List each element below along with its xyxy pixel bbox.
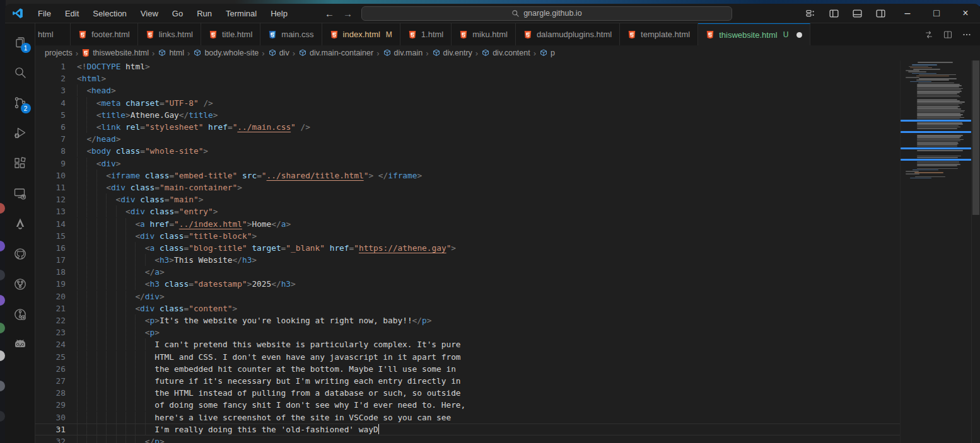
activitybar-search-icon[interactable] [5,57,35,88]
tab-dalamudplugins.html[interactable]: dalamudplugins.html [516,23,620,45]
split-editor-icon[interactable] [940,26,956,43]
activitybar-run-debug-icon[interactable] [5,118,35,148]
minimap[interactable] [900,60,971,443]
open-changes-icon[interactable] [921,26,937,43]
close-button[interactable]: × [951,4,980,23]
breadcrumb-item-div.content[interactable]: div.content [481,49,530,57]
toggle-secondary-sidebar-icon[interactable] [872,6,889,21]
code-line[interactable]: 13<div class="entry"> [35,205,900,217]
code-line[interactable]: 27future if it's necessary but I'm writi… [35,375,900,387]
tab-links.html[interactable]: links.html [138,23,201,45]
code-token: "_blank" [286,243,325,253]
symbol-element-icon [193,49,202,57]
tab-title.html[interactable]: title.html [201,23,260,45]
activitybar-git-fork-icon[interactable] [5,269,35,299]
nav-back-button[interactable]: ← [325,8,334,19]
breadcrumb-item-div.main-container[interactable]: div.main-container [298,49,373,57]
code-line[interactable]: 23<p> [35,326,900,338]
menu-run[interactable]: Run [190,4,219,23]
code-token: "stylesheet" [145,122,203,132]
tab-main.css[interactable]: main.css [260,23,322,45]
breadcrumb-item-html[interactable]: html [158,49,184,57]
code-line[interactable]: 31I'm really doing this the 'old-fashion… [35,423,900,435]
tab-template.html[interactable]: template.html [620,23,698,45]
code-line[interactable]: 12<div class="main"> [35,193,900,205]
code-line[interactable]: 3<head> [35,84,900,96]
code-line[interactable]: 20</div> [35,291,900,302]
activitybar-github-icon[interactable] [5,239,35,269]
code-line[interactable]: 22<p>It's the website you're looking at … [35,314,900,326]
code-line[interactable]: 1<!DOCTYPE html> [35,60,900,72]
breadcrumb-item-p[interactable]: p [539,49,555,57]
activitybar-explorer-icon[interactable]: 1 [5,27,35,57]
minimize-button[interactable]: – [893,4,922,23]
menu-terminal[interactable]: Terminal [219,4,264,23]
minimap-line [916,79,949,81]
code-line[interactable]: 17<h3>This Website</h3> [35,254,900,266]
activitybar-extensions-icon[interactable] [5,148,35,178]
code-token: the embedded hit counter at the bottom. … [155,364,456,374]
breadcrumb-item-body.whole-site[interactable]: body.whole-site [193,49,259,57]
code-line[interactable]: 21<div class="content"> [35,302,900,314]
code-line[interactable]: 30here's a live screenshot of the site i… [35,411,900,423]
code-token: /> [301,122,310,132]
tab-1.html[interactable]: 1.html [400,23,452,45]
activitybar-remote-explorer-icon[interactable] [5,178,35,209]
breadcrumb-item-projects[interactable]: projects [45,49,73,57]
code-line[interactable]: 29of doing some fancy shit I don't see w… [35,399,900,411]
tab-miku.html[interactable]: miku.html [452,23,516,45]
activitybar-source-control-icon[interactable]: 2 [5,88,35,118]
symbol-element-icon [268,49,277,57]
unsaved-dot-icon[interactable] [796,32,802,38]
activitybar-godot-icon[interactable] [5,330,35,360]
code-line[interactable]: 10<iframe class="embed-title" src="../sh… [35,170,900,181]
minimap-line [917,161,959,163]
breadcrumb-item-div.main[interactable]: div.main [383,49,423,57]
scrollbar-slider[interactable] [972,60,979,215]
code-line[interactable]: 28the HTML instead of pulling from a dat… [35,387,900,399]
tab-index.html[interactable]: index.htmlM [322,23,400,45]
code-line[interactable]: 16<a class="blog-title" target="_blank" … [35,242,900,254]
activitybar-astro-icon[interactable] [5,209,35,239]
menu-go[interactable]: Go [165,4,190,23]
code-editor[interactable]: 1<!DOCTYPE html>2<html>3<head>4<meta cha… [35,60,900,443]
breadcrumb-item-thiswebsite.html[interactable]: thiswebsite.html [81,49,149,57]
toggle-sidebar-icon[interactable] [825,6,843,21]
vertical-scrollbar[interactable] [971,60,980,443]
tab-thiswebsite.html[interactable]: thiswebsite.htmlU [698,23,810,45]
code-line[interactable]: 25HTML and CSS. I don't even have any ja… [35,351,900,363]
maximize-button[interactable]: □ [922,4,951,23]
code-line[interactable]: 5<title>Athene.Gay</title> [35,109,900,121]
code-line[interactable]: 18</a> [35,266,900,278]
menu-edit[interactable]: Edit [58,4,86,23]
code-line[interactable]: 6<link rel="stylesheet" href="../main.cs… [35,121,900,133]
menu-file[interactable]: File [31,4,58,23]
code-line[interactable]: 26the embedded hit counter at the bottom… [35,363,900,375]
code-line[interactable]: 9<div> [35,158,900,170]
code-line[interactable]: 19<h3 class="datestamp">2025</h3> [35,278,900,290]
menu-view[interactable]: View [134,4,165,23]
code-line[interactable]: 24I can't pretend this website is partic… [35,338,900,350]
code-line[interactable]: 8<body class="whole-site"> [35,145,900,157]
code-line[interactable]: 4<meta charset="UTF-8" /> [35,97,900,109]
command-center-search[interactable]: gnargle.github.io [361,6,732,21]
code-line[interactable]: 2<html> [35,72,900,84]
menu-selection[interactable]: Selection [86,4,133,23]
nav-forward-button[interactable]: → [343,8,353,19]
breadcrumb-item-div.entry[interactable]: div.entry [432,49,472,57]
code-line[interactable]: 14<a href="../index.html">Home</a> [35,217,900,229]
tab-footer.html[interactable]: footer.html [71,23,138,45]
toggle-panel-icon[interactable] [848,6,866,21]
tab-html[interactable]: html [35,23,71,45]
code-line[interactable]: 7</head> [35,133,900,145]
line-number: 32 [35,437,66,443]
code-line[interactable]: 32</p> [35,435,900,443]
code-line[interactable]: 15<div class="title-block"> [35,230,900,242]
code-token: > [213,110,218,120]
customize-layout-icon[interactable] [802,6,819,21]
menu-help[interactable]: Help [264,4,295,23]
more-actions-icon[interactable] [959,26,975,43]
activitybar-gitlens-icon[interactable] [5,299,35,330]
breadcrumb-item-div[interactable]: div [268,49,289,57]
code-line[interactable]: 11<div class="main-container"> [35,181,900,193]
